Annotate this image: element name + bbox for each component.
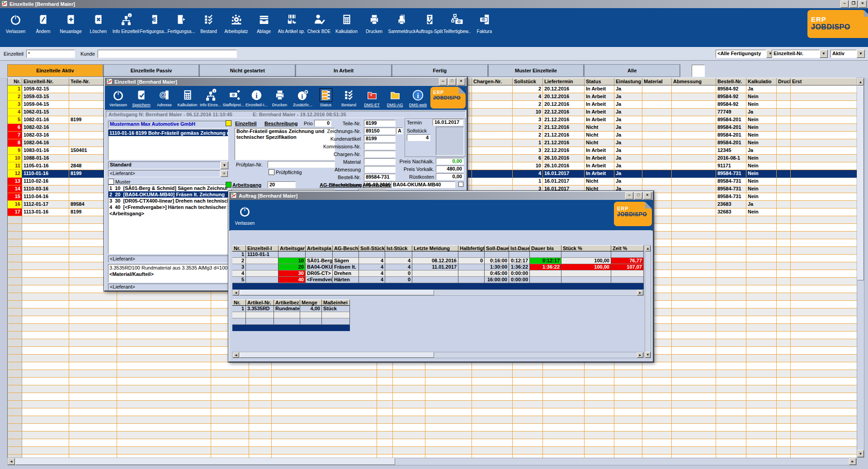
hscroll-thumb[interactable] <box>240 290 434 295</box>
toolbar-item-bestand[interactable]: Bestand <box>337 87 360 107</box>
table-row[interactable] <box>8 424 857 431</box>
arbeitsgang-list-item[interactable]: 3 30 [DR05-CTX400-linear] Drehen nach te… <box>108 198 228 204</box>
maximize-icon[interactable]: □ <box>634 192 642 199</box>
lieferant-field-1[interactable]: <Lieferant> <box>108 170 220 177</box>
toolbar-item-adresse[interactable]: @Adresse <box>153 87 176 107</box>
toolbar-item-ablage[interactable]: Ablage <box>250 10 278 34</box>
auftrag-hscrollbar2[interactable]: ◄ ► <box>232 352 644 358</box>
toolbar-item-check-bde[interactable]: Check BDE <box>305 10 333 34</box>
toolbar-item-auftrags-split[interactable]: Auftrags-Split <box>415 10 443 34</box>
chevron-down-icon[interactable]: ▼ <box>221 161 228 169</box>
table-row[interactable] <box>232 318 350 325</box>
field-input-0[interactable]: 8199 <box>364 120 396 127</box>
toolbar-item-verlassen[interactable]: Verlassen <box>2 10 29 34</box>
table-row[interactable] <box>8 455 857 458</box>
field-input-1[interactable]: 89150 <box>364 128 396 134</box>
toolbar-item-kalkulation[interactable]: Kalkulation <box>176 87 199 107</box>
lieferant-field-3[interactable]: <Lieferant> <box>108 284 228 290</box>
table-row[interactable] <box>8 431 857 439</box>
scroll-left-icon[interactable]: ◄ <box>233 352 239 358</box>
toolbar-item-verlassen[interactable]: Verlassen <box>231 202 259 226</box>
auftrag-hscrollbar1[interactable]: ◄ ► <box>232 289 644 296</box>
toolbar-item-kalkulation[interactable]: Kalkulation <box>333 10 360 34</box>
tab-extra-box[interactable] <box>692 65 705 77</box>
table-row[interactable]: 11110-01-1 <box>232 251 644 258</box>
tab-alle[interactable]: Alle <box>584 64 680 77</box>
filter-dropdown-1[interactable]: Einzelteil-Nr.▼ <box>772 50 828 58</box>
arbeitsplatz-field[interactable]: BA04-OKUMA-MB40 <box>391 181 455 188</box>
pruefpflichtig-checkbox[interactable] <box>269 169 274 175</box>
tab-einzelteile-passiv[interactable]: Einzelteile Passiv <box>104 64 200 77</box>
toolbar-item-speichern[interactable]: Speichern <box>130 87 153 107</box>
auftrag-titlebar[interactable]: Auftrag [Bernhard Maier] –□× <box>229 192 653 200</box>
scroll-right-icon[interactable]: ► <box>637 290 643 295</box>
muster-checkbox-row[interactable]: Muster <box>108 179 131 185</box>
main-titlebar[interactable]: Einzelteile [Bernhard Maier] –❐× <box>0 0 868 8</box>
price-input-1[interactable]: 480,00 <box>436 166 464 172</box>
customer-field[interactable]: Mustermann Max Automotive GmbH <box>108 121 228 128</box>
toolbar-item-dms-web[interactable]: iDMS-web <box>406 87 429 107</box>
field-input-7[interactable]: 89584-731 <box>364 174 396 180</box>
arbeitsgang-nr-field[interactable]: 20 <box>268 181 296 188</box>
minimize-icon[interactable]: – <box>625 192 633 199</box>
chevron-down-icon[interactable]: ▼ <box>820 50 828 58</box>
selected-empty-row[interactable] <box>232 325 350 331</box>
toolbar-item-arbeitsplatz[interactable]: Arbeitsplatz <box>222 10 250 34</box>
toolbar-item-einzelteil-i-[interactable]: iEinzelteil-I... <box>245 87 268 107</box>
material-kaufteil-item[interactable]: <Material/Kaufteil> <box>108 271 228 277</box>
hscroll-thumb[interactable] <box>15 458 395 465</box>
pruefpflichtig-checkbox-row[interactable]: Prüfpflichtig <box>269 169 302 175</box>
table-row[interactable] <box>8 408 857 416</box>
arbeitsgang-list-item[interactable]: <Arbeitsgang> <box>108 210 228 217</box>
type-dropdown[interactable]: Standard ▼ <box>108 161 228 169</box>
field-suffix-1[interactable]: A <box>396 128 403 134</box>
table-row[interactable]: 210SÄ01-BergSägen4408.12.201600:16:000:1… <box>232 258 644 264</box>
close-icon[interactable]: × <box>859 0 867 8</box>
table-row[interactable]: 540<FremdveiHärten4016:00:000:00:00 <box>232 277 644 283</box>
filter-dropdown-0[interactable]: <Alle Fertigungsty▼ <box>716 50 774 58</box>
scroll-right-icon[interactable]: ► <box>849 458 856 465</box>
part-list-item[interactable]: 1110-01-16 8199 Bohr-Frästeil gemäss Zei… <box>108 130 228 136</box>
restore-icon[interactable]: ❐ <box>849 0 858 8</box>
toolbar-item-sammeldruck[interactable]: Sammeldruck <box>388 10 415 34</box>
table-row[interactable] <box>8 447 857 455</box>
table-row[interactable]: 13.3535RDRundmate4,00Stück <box>232 306 350 312</box>
arbeitsplatz-link[interactable]: Arbeitsplatz <box>363 182 391 188</box>
scroll-down-icon[interactable]: ▼ <box>857 450 864 457</box>
lieferant-field-2[interactable]: <Lieferant> <box>108 256 228 263</box>
arbeitsgang-list-item[interactable]: 4 40 [<Fremdvergabe>] Härten nach techni… <box>108 204 228 210</box>
arbeitsgang-listbox[interactable]: 1 10 [SÄ01-Berg & Schmid] Sägen nach Zei… <box>108 185 228 254</box>
maximize-icon[interactable]: □ <box>448 78 456 85</box>
toolbar-item-fertigungsa-[interactable]: Fertigungsa... <box>140 10 167 34</box>
toolbar-item-dms-et[interactable]: DMS-ET <box>360 87 383 107</box>
termin-field[interactable]: 16.01.2017 <box>433 119 463 126</box>
toolbar-item-neuanlage[interactable]: Neuanlage <box>57 10 85 34</box>
minimize-icon[interactable]: – <box>439 78 447 85</box>
table-row[interactable] <box>8 362 857 370</box>
main-vscrollbar[interactable]: ▲ ▼ <box>857 78 864 458</box>
close-icon[interactable]: × <box>643 192 651 199</box>
toolbar-item-drucken[interactable]: Drucken <box>360 10 388 34</box>
main-hscrollbar[interactable]: ◄ ► <box>7 458 857 465</box>
toolbar-item-staffelprei-[interactable]: 100Staffelprei... <box>222 87 245 107</box>
toolbar-item-bestand[interactable]: Bestand <box>195 10 222 34</box>
tab-muster-einzelteile[interactable]: Muster Einzelteile <box>488 64 585 77</box>
einzelteil-link[interactable]: Einzelteil <box>235 121 257 126</box>
table-row[interactable] <box>8 401 857 408</box>
selected-empty-row[interactable] <box>232 283 644 289</box>
toolbar-item-löschen[interactable]: Löschen <box>85 10 112 34</box>
table-row[interactable] <box>8 439 857 447</box>
arbeitsgang-list-item[interactable]: 1 10 [SÄ01-Berg & Schmid] Sägen nach Zei… <box>108 185 228 191</box>
table-row[interactable]: 430DR05-CT>Drehen400:45:000:00:00 <box>232 270 644 277</box>
table-row[interactable] <box>8 385 857 393</box>
part-listbox[interactable]: 1110-01-16 8199 Bohr-Frästeil gemäss Zei… <box>108 129 228 160</box>
material-item[interactable]: 3.3535RD100 Rundmaterial aus 3.3535 AlMg… <box>108 265 228 271</box>
table-row[interactable] <box>8 370 857 378</box>
toolbar-item-fertigungsa-[interactable]: Fertigungsa... <box>167 10 195 34</box>
toolbar-item-dms-ag[interactable]: DMS-AG <box>383 87 406 107</box>
list-icon[interactable]: ≡ <box>221 171 228 177</box>
table-row[interactable] <box>232 312 350 318</box>
chevron-down-icon[interactable]: ▼ <box>857 50 865 58</box>
table-row[interactable] <box>8 416 857 424</box>
toolbar-item-als-artikel-sp-[interactable]: Als Artikel sp... <box>278 10 305 34</box>
